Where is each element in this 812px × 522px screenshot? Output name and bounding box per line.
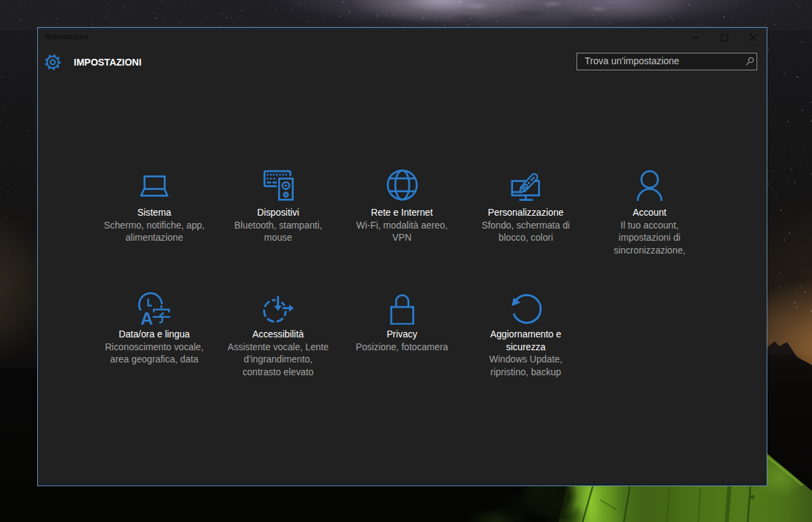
svg-text:A: A: [141, 308, 154, 325]
